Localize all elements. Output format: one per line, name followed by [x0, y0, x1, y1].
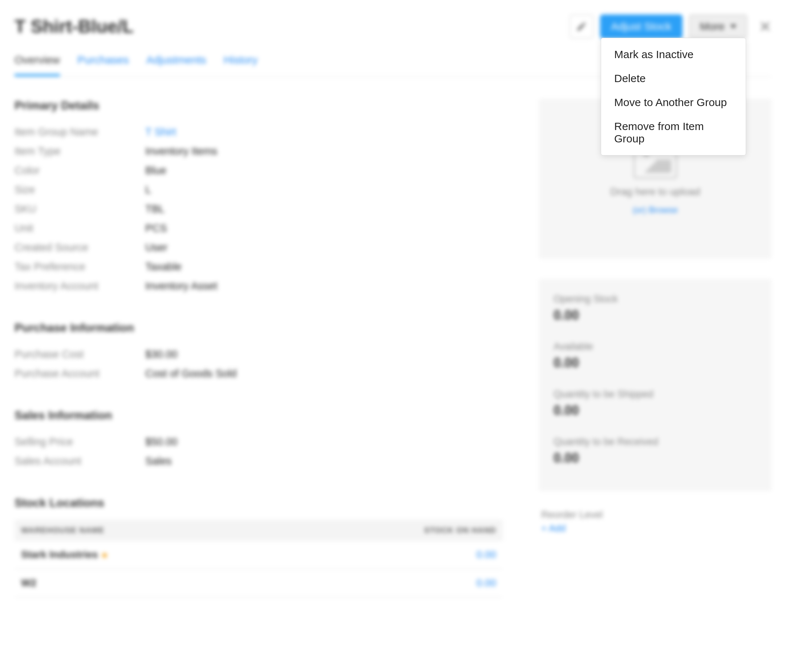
stock-stats-panel: Opening Stock0.00Available0.00Quantity t… — [539, 279, 772, 491]
dropdown-item-mark-as-inactive[interactable]: Mark as Inactive — [601, 42, 746, 66]
warehouse-name-cell: Stark Industries★ — [14, 541, 278, 569]
reorder-level: Reorder Level + Add — [539, 509, 772, 534]
detail-row: Tax PreferenceTaxable — [14, 257, 503, 277]
detail-label: SKU — [14, 203, 145, 215]
detail-row: Purchase AccountCost of Goods Sold — [14, 364, 503, 383]
detail-value: $30.00 — [145, 348, 178, 360]
detail-label: Purchase Cost — [14, 348, 145, 360]
detail-label: Selling Price — [14, 436, 145, 448]
detail-label: Unit — [14, 222, 145, 234]
detail-row: Item TypeInventory Items — [14, 142, 503, 161]
upload-browse-link[interactable]: (or) Browse — [633, 205, 678, 215]
detail-value[interactable]: T Shirt — [145, 126, 176, 138]
detail-row: Item Group NameT Shirt — [14, 123, 503, 142]
tab-history[interactable]: History — [224, 49, 258, 76]
stat-block: Available0.00 — [553, 341, 757, 370]
detail-value: TBL — [145, 203, 165, 215]
detail-value: Cost of Goods Sold — [145, 368, 236, 379]
table-row[interactable]: Stark Industries★0.00 — [14, 541, 503, 569]
pencil-icon — [576, 21, 587, 32]
primary-details-heading: Primary Details — [14, 99, 503, 112]
detail-row: Selling Price$50.00 — [14, 432, 503, 452]
stat-block: Quantity to be Shipped0.00 — [553, 389, 757, 418]
dropdown-item-delete[interactable]: Delete — [601, 66, 746, 90]
detail-label: Sales Account — [14, 455, 145, 467]
detail-label: Size — [14, 184, 145, 196]
detail-value: Inventory Asset — [145, 280, 217, 292]
detail-row: Purchase Cost$30.00 — [14, 345, 503, 364]
stat-value: 0.00 — [553, 308, 757, 323]
detail-row: Sales AccountSales — [14, 452, 503, 471]
stock-locations-heading: Stock Locations — [14, 496, 503, 510]
stock-locations-table: WAREHOUSE NAME STOCK ON HAND Stark Indus… — [14, 520, 503, 598]
tab-overview[interactable]: Overview — [14, 49, 60, 76]
table-row[interactable]: W20.00 — [14, 569, 503, 597]
detail-label: Color — [14, 165, 145, 176]
stock-locations-section: Stock Locations WAREHOUSE NAME STOCK ON … — [14, 496, 503, 598]
tab-purchases[interactable]: Purchases — [77, 49, 129, 76]
more-label: More — [700, 20, 725, 33]
purchase-info-heading: Purchase Information — [14, 321, 503, 335]
sales-info-heading: Sales Information — [14, 409, 503, 422]
stat-label: Quantity to be Received — [553, 436, 757, 447]
more-dropdown-menu: Mark as InactiveDeleteMove to Another Gr… — [601, 38, 746, 156]
more-button[interactable]: More — [689, 14, 747, 38]
detail-row: ColorBlue — [14, 161, 503, 180]
detail-value: Sales — [145, 455, 172, 467]
adjust-stock-button[interactable]: Adjust Stock — [600, 14, 682, 38]
stat-value: 0.00 — [553, 450, 757, 466]
detail-row: UnitPCS — [14, 219, 503, 238]
detail-row: Created SourceUser — [14, 238, 503, 257]
detail-value: L — [145, 184, 151, 196]
stat-block: Quantity to be Received0.00 — [553, 436, 757, 466]
header-actions: Adjust Stock More ✕ — [569, 14, 772, 38]
detail-row: SKUTBL — [14, 200, 503, 219]
detail-label: Tax Preference — [14, 261, 145, 273]
detail-label: Item Group Name — [14, 126, 145, 138]
detail-label: Created Source — [14, 242, 145, 253]
detail-value: PCS — [145, 222, 167, 234]
reorder-label: Reorder Level — [541, 509, 772, 521]
stat-block: Opening Stock0.00 — [553, 293, 757, 323]
stock-on-hand-cell[interactable]: 0.00 — [278, 569, 503, 597]
page-title: T Shirt-Blue/L — [14, 16, 134, 37]
adjust-stock-label: Adjust Stock — [611, 20, 671, 33]
purchase-info-section: Purchase Information Purchase Cost$30.00… — [14, 321, 503, 383]
reorder-add-link[interactable]: + Add — [541, 523, 772, 534]
detail-row: SizeL — [14, 180, 503, 200]
detail-value: Inventory Items — [145, 145, 217, 157]
close-button[interactable]: ✕ — [759, 18, 772, 36]
stat-label: Available — [553, 341, 757, 353]
stat-label: Quantity to be Shipped — [553, 389, 757, 400]
detail-label: Item Type — [14, 145, 145, 157]
stock-on-hand-cell[interactable]: 0.00 — [278, 541, 503, 569]
stat-label: Opening Stock — [553, 293, 757, 305]
detail-row: Inventory AccountInventory Asset — [14, 277, 503, 296]
detail-value: User — [145, 242, 167, 253]
col-stock-on-hand: STOCK ON HAND — [278, 520, 503, 541]
detail-value: Taxable — [145, 261, 182, 273]
detail-value: $50.00 — [145, 436, 178, 448]
sales-info-section: Sales Information Selling Price$50.00Sal… — [14, 409, 503, 471]
stat-value: 0.00 — [553, 355, 757, 370]
tab-adjustments[interactable]: Adjustments — [146, 49, 206, 76]
primary-star-icon: ★ — [101, 551, 108, 560]
chevron-down-icon — [731, 25, 736, 28]
primary-details-section: Primary Details Item Group NameT ShirtIt… — [14, 99, 503, 296]
edit-button[interactable] — [569, 14, 594, 38]
detail-value: Blue — [145, 165, 167, 176]
detail-label: Purchase Account — [14, 368, 145, 379]
dropdown-item-remove-from-item-group[interactable]: Remove from Item Group — [601, 115, 746, 151]
dropdown-item-move-to-another-group[interactable]: Move to Another Group — [601, 90, 746, 115]
col-warehouse-name: WAREHOUSE NAME — [14, 520, 278, 541]
stat-value: 0.00 — [553, 403, 757, 418]
upload-drag-text: Drag here to upload — [610, 186, 700, 198]
warehouse-name-cell: W2 — [14, 569, 278, 597]
detail-label: Inventory Account — [14, 280, 145, 292]
